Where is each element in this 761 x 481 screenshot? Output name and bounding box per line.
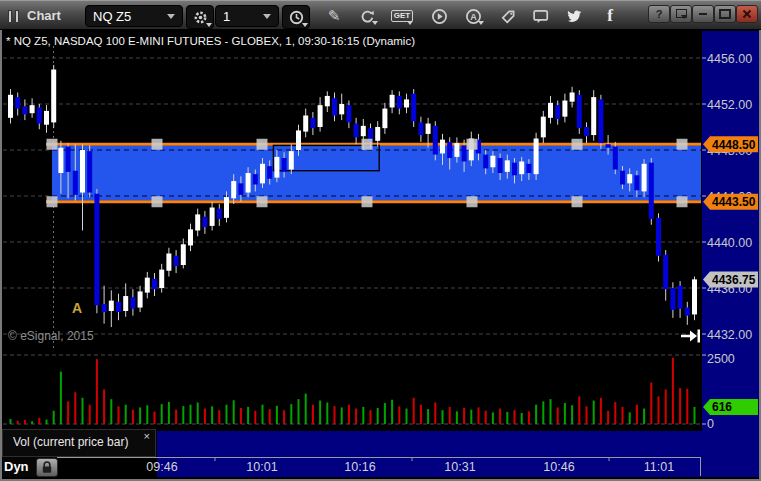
- candle-body: [339, 104, 344, 114]
- zone-handle[interactable]: [572, 196, 583, 207]
- maximize-button[interactable]: [714, 5, 736, 23]
- volume-bar: [391, 400, 393, 424]
- volume-bar: [672, 358, 674, 424]
- facebook-share-button[interactable]: f: [598, 6, 622, 26]
- minimize-button[interactable]: [692, 5, 714, 23]
- alert-tag-button[interactable]: [496, 6, 520, 26]
- popout-button[interactable]: [670, 5, 692, 23]
- candle-body: [555, 105, 560, 119]
- zone-handle[interactable]: [152, 139, 163, 150]
- zone-handle[interactable]: [47, 196, 58, 207]
- zone-handle[interactable]: [677, 196, 688, 207]
- twitter-share-button[interactable]: [562, 6, 586, 26]
- candle-body: [548, 103, 553, 118]
- zone-handle[interactable]: [257, 139, 268, 150]
- candle-body: [102, 304, 107, 312]
- get-data-button[interactable]: GET: [390, 6, 414, 26]
- jump-to-latest-icon[interactable]: [690, 331, 697, 342]
- candle-body: [642, 164, 647, 192]
- jump-to-latest-icon[interactable]: [698, 330, 701, 343]
- candle-body: [282, 158, 287, 172]
- pencil-icon: ✎: [328, 7, 341, 25]
- volume-study-tab[interactable]: Vol (current price bar) ×: [2, 429, 156, 457]
- zone-handle[interactable]: [257, 196, 268, 207]
- volume-bar: [334, 406, 336, 424]
- volume-bar: [161, 404, 163, 424]
- volume-bar: [31, 421, 33, 424]
- candle-body: [130, 297, 135, 309]
- volume-bar: [535, 405, 537, 424]
- close-button[interactable]: [736, 5, 758, 23]
- candle-body: [217, 209, 222, 219]
- candle-body: [8, 95, 13, 118]
- replay-button[interactable]: [427, 6, 451, 26]
- candle-body: [66, 147, 71, 172]
- price-tag-icon: [500, 8, 517, 25]
- zone-handle[interactable]: [677, 139, 688, 150]
- volume-bar: [463, 408, 465, 424]
- volume-bar: [643, 409, 645, 424]
- candle-body: [418, 122, 423, 135]
- candle-body: [109, 301, 114, 311]
- zone-handle[interactable]: [467, 139, 478, 150]
- volume-bar: [593, 401, 595, 424]
- candle-body: [260, 164, 265, 184]
- drawn-rectangle[interactable]: [273, 145, 379, 170]
- zone-handle[interactable]: [572, 139, 583, 150]
- candle-body: [627, 174, 632, 183]
- chevron-down-icon: [263, 14, 271, 19]
- draw-tool-button[interactable]: ✎: [322, 6, 346, 26]
- price-axis-panel[interactable]: [702, 31, 759, 477]
- chat-button[interactable]: [529, 6, 553, 26]
- volume-bar: [384, 403, 386, 424]
- candle-body: [267, 166, 272, 179]
- close-study-icon[interactable]: ×: [144, 430, 150, 442]
- volume-bar: [542, 401, 544, 424]
- candle-body: [224, 197, 229, 218]
- time-template-button[interactable]: [282, 5, 310, 29]
- time-axis-panel[interactable]: [157, 431, 702, 477]
- candle-body: [325, 96, 330, 106]
- candle-body: [584, 127, 589, 136]
- symbol-dropdown[interactable]: NQ Z5: [85, 5, 183, 27]
- zone-handle[interactable]: [47, 139, 58, 150]
- zone-top-line: [46, 143, 701, 146]
- auto-button[interactable]: A: [461, 6, 485, 26]
- candle-body: [246, 173, 251, 193]
- help-button[interactable]: ?: [648, 5, 670, 23]
- candle-body: [390, 95, 395, 108]
- volume-bar: [406, 409, 408, 424]
- volume-bar: [528, 411, 530, 424]
- candle-body: [37, 107, 42, 123]
- candle-body: [274, 157, 279, 178]
- titlebar[interactable]: Chart NQ Z5 1 ✎: [0, 0, 761, 30]
- volume-bar: [456, 411, 458, 424]
- candle-body: [51, 70, 56, 123]
- interval-dropdown[interactable]: 1: [215, 5, 279, 27]
- volume-bar: [326, 402, 328, 424]
- volume-bar: [290, 404, 292, 424]
- volume-bar: [125, 405, 127, 424]
- dyn-button[interactable]: Dyn: [4, 459, 29, 474]
- volume-bar: [247, 407, 249, 424]
- symbol-header: * NQ Z5, NASDAQ 100 E-MINI FUTURES - GLO…: [6, 35, 415, 47]
- lock-button[interactable]: [36, 458, 58, 477]
- zone-handle[interactable]: [362, 139, 373, 150]
- volume-bar: [96, 359, 98, 424]
- zone-handle[interactable]: [362, 196, 373, 207]
- candle-body: [354, 124, 359, 138]
- volume-bar: [218, 410, 220, 424]
- zone-handle[interactable]: [152, 196, 163, 207]
- symbol-settings-button[interactable]: [186, 5, 214, 29]
- reload-button[interactable]: [355, 6, 379, 26]
- candle-body: [505, 160, 510, 172]
- candle-body: [174, 256, 179, 266]
- candle-body: [195, 214, 200, 230]
- volume-bar: [89, 405, 91, 424]
- point-a-label: A: [72, 300, 82, 316]
- volume-bar: [175, 410, 177, 424]
- candle-body: [296, 130, 301, 150]
- chart-canvas: 4456.004452.004448.004444.004440.004436.…: [0, 30, 761, 481]
- zone-handle[interactable]: [467, 196, 478, 207]
- candle-body: [346, 105, 351, 122]
